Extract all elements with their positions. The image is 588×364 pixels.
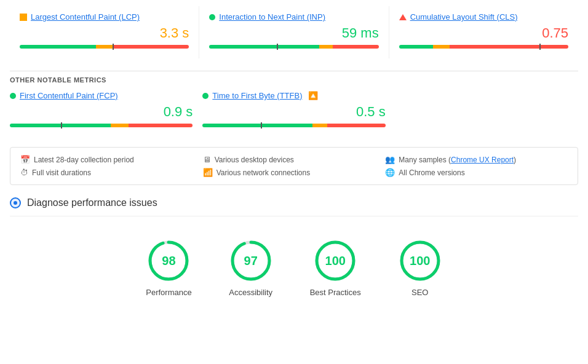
lcp-bar-bg	[20, 45, 189, 49]
lcp-bar	[20, 45, 189, 50]
inp-indicator-icon	[209, 14, 215, 20]
lcp-bar-green	[20, 45, 96, 49]
performance-circle: 98	[146, 239, 191, 283]
inp-link[interactable]: Interaction to Next Paint (INP)	[219, 12, 325, 22]
fcp-bar-bg	[10, 124, 193, 127]
info-network-text: Various network connections	[217, 168, 311, 177]
cls-card: Cumulative Layout Shift (CLS) 0.75	[389, 6, 578, 58]
fcp-header: First Contentful Paint (FCP)	[10, 91, 193, 100]
ttfb-value: 0.5 s	[202, 104, 385, 120]
main-container: Largest Contentful Paint (LCP) 3.3 s Int…	[0, 0, 588, 315]
diagnose-section: Diagnose performance issues 98 Performan…	[10, 197, 578, 309]
lcp-bar-orange	[96, 45, 113, 49]
fcp-bar-orange	[111, 124, 129, 127]
other-metrics-label: OTHER NOTABLE METRICS	[10, 76, 578, 84]
lcp-header: Largest Contentful Paint (LCP)	[20, 12, 189, 22]
fcp-indicator-icon	[10, 93, 16, 99]
inp-value: 59 ms	[209, 25, 378, 41]
diagnose-header: Diagnose performance issues	[10, 197, 578, 216]
core-vitals-row: Largest Contentful Paint (LCP) 3.3 s Int…	[10, 6, 578, 58]
fcp-bar	[10, 124, 193, 129]
cls-marker	[539, 44, 541, 50]
fcp-bar-red	[129, 124, 193, 127]
info-item-samples: 👥 Many samples (Chrome UX Report)	[385, 155, 568, 164]
info-item-period: 📅 Latest 28-day collection period	[20, 155, 203, 164]
performance-label: Performance	[146, 288, 191, 297]
inp-bar-bg	[209, 45, 378, 49]
cls-bar-red	[450, 45, 568, 49]
accessibility-label: Accessibility	[229, 288, 272, 297]
seo-label: SEO	[411, 288, 428, 297]
timer-icon: ⏱	[20, 168, 28, 177]
inp-marker	[277, 44, 278, 50]
other-metrics-section: OTHER NOTABLE METRICS First Contentful P…	[10, 76, 578, 137]
ttfb-bar-green	[202, 124, 312, 127]
cls-indicator-icon	[399, 14, 407, 20]
info-devices-text: Various desktop devices	[215, 156, 294, 164]
cls-bar-green	[399, 45, 433, 49]
section-divider-1	[10, 71, 578, 71]
best-practices-score: 100	[325, 254, 346, 268]
cls-header: Cumulative Layout Shift (CLS)	[399, 12, 568, 22]
chrome-ux-report-link[interactable]: Chrome UX Report	[451, 156, 514, 164]
network-icon: 📶	[203, 168, 213, 177]
info-duration-text: Full visit durations	[32, 168, 91, 177]
fcp-card: First Contentful Paint (FCP) 0.9 s	[10, 91, 202, 137]
ttfb-link[interactable]: Time to First Byte (TTFB)	[212, 91, 302, 100]
ttfb-marker	[261, 122, 262, 129]
ttfb-indicator-icon	[202, 93, 209, 99]
best-practices-circle: 100	[313, 239, 357, 283]
performance-score: 98	[162, 254, 175, 268]
cls-link[interactable]: Cumulative Layout Shift (CLS)	[410, 12, 518, 22]
score-item-performance: 98 Performance	[146, 239, 191, 297]
ttfb-bar-orange	[312, 124, 327, 127]
info-chrome-text: All Chrome versions	[399, 168, 464, 177]
seo-circle: 100	[398, 239, 442, 283]
best-practices-label: Best Practices	[310, 288, 361, 297]
lcp-marker	[113, 44, 114, 50]
info-footer: 📅 Latest 28-day collection period ⏱ Full…	[10, 147, 578, 185]
inp-bar	[209, 45, 378, 50]
calendar-icon: 📅	[20, 155, 30, 164]
fcp-value: 0.9 s	[10, 104, 193, 120]
cls-value: 0.75	[399, 25, 568, 41]
ttfb-warning-icon: 🔼	[308, 91, 318, 100]
info-col-2: 🖥 Various desktop devices 📶 Various netw…	[203, 155, 386, 177]
scores-row: 98 Performance 97 Accessibility	[10, 226, 578, 309]
ttfb-card: Time to First Byte (TTFB) 🔼 0.5 s	[202, 91, 395, 137]
diagnose-title: Diagnose performance issues	[27, 197, 157, 208]
lcp-indicator-icon	[20, 14, 27, 21]
inp-card: Interaction to Next Paint (INP) 59 ms	[199, 6, 389, 58]
inp-bar-green	[209, 45, 319, 49]
desktop-icon: 🖥	[203, 155, 211, 164]
info-item-duration: ⏱ Full visit durations	[20, 168, 203, 177]
cls-bar-bg	[399, 45, 568, 49]
info-item-chrome: 🌐 All Chrome versions	[385, 168, 568, 177]
ttfb-bar-red	[327, 124, 386, 127]
info-samples-text: Many samples (Chrome UX Report)	[399, 156, 516, 164]
cls-bar	[399, 45, 568, 50]
other-metrics-spacer	[395, 91, 578, 137]
lcp-value: 3.3 s	[20, 25, 189, 41]
inp-bar-orange	[319, 45, 333, 49]
lcp-link[interactable]: Largest Contentful Paint (LCP)	[31, 12, 140, 22]
other-metrics-row: First Contentful Paint (FCP) 0.9 s Time …	[10, 91, 578, 137]
accessibility-score: 97	[244, 254, 258, 268]
lcp-card: Largest Contentful Paint (LCP) 3.3 s	[10, 6, 199, 58]
info-item-devices: 🖥 Various desktop devices	[203, 155, 386, 164]
score-item-seo: 100 SEO	[398, 239, 442, 297]
lcp-bar-red	[113, 45, 189, 49]
globe-icon: 🌐	[385, 168, 395, 177]
ttfb-bar	[202, 124, 385, 129]
ttfb-bar-bg	[202, 124, 385, 127]
cls-bar-orange	[433, 45, 450, 49]
diagnose-icon	[10, 197, 21, 208]
accessibility-circle: 97	[229, 239, 273, 283]
score-item-best-practices: 100 Best Practices	[310, 239, 361, 297]
info-col-1: 📅 Latest 28-day collection period ⏱ Full…	[20, 155, 203, 177]
inp-bar-red	[333, 45, 378, 49]
fcp-link[interactable]: First Contentful Paint (FCP)	[20, 91, 118, 100]
people-icon: 👥	[385, 155, 395, 164]
inp-header: Interaction to Next Paint (INP)	[209, 12, 378, 22]
diagnose-dot	[14, 201, 17, 205]
